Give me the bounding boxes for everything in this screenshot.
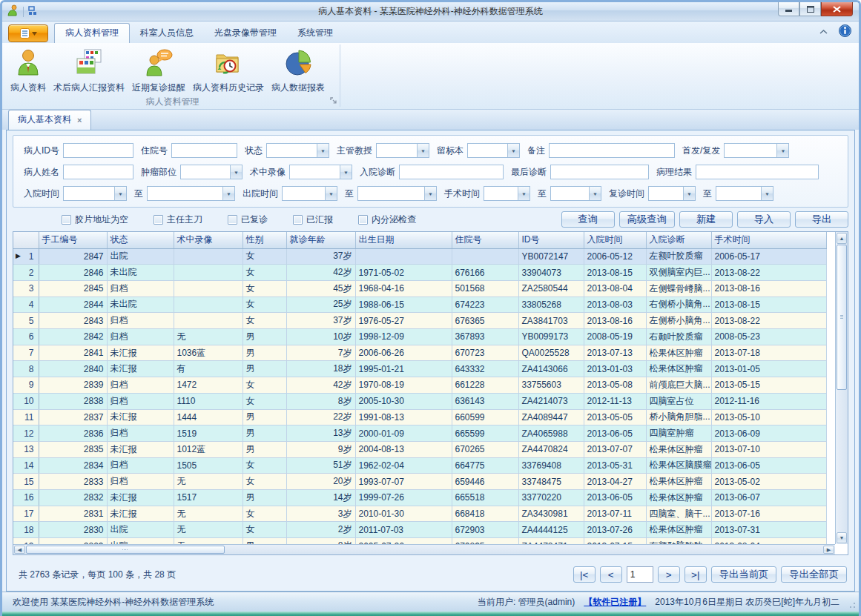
table-cell[interactable]: 2013-07-26 — [584, 522, 646, 538]
table-cell[interactable]: 2013-08-03 — [584, 297, 646, 313]
ribbon-button-patient-data[interactable]: 病人资料 — [7, 47, 50, 96]
table-cell[interactable] — [174, 248, 243, 265]
query-button[interactable]: 查询 — [561, 211, 615, 228]
table-cell[interactable]: 8岁 — [286, 393, 355, 409]
collapse-ribbon-icon[interactable] — [819, 27, 828, 37]
table-cell[interactable]: 22岁 — [286, 409, 355, 425]
table-cell[interactable]: 2013-07-31 — [711, 522, 826, 538]
ribbon-button-postop-report[interactable]: 术后病人汇报资料 — [50, 47, 128, 96]
table-row[interactable]: 162832未汇报1517男14岁1999-07-266655183377022… — [13, 490, 826, 506]
table-cell[interactable]: 无 — [174, 506, 243, 522]
revisit-from-combo[interactable]: ▼ — [648, 186, 696, 201]
table-cell[interactable]: 2013-04-27 — [584, 474, 646, 490]
table-row[interactable]: 142834归档1505女51岁1962-02-0466477533769408… — [13, 457, 826, 474]
status-combo[interactable]: ▼ — [266, 143, 329, 158]
minimize-button[interactable] — [778, 2, 799, 16]
table-cell[interactable]: 归档 — [107, 425, 174, 442]
table-cell[interactable]: 2840 — [39, 361, 107, 377]
table-cell[interactable]: 37岁 — [286, 313, 355, 329]
app-menu-button[interactable] — [8, 24, 48, 42]
table-cell[interactable]: 672903 — [452, 522, 518, 538]
table-cell[interactable]: 2013-05-05 — [584, 409, 646, 425]
maximize-button[interactable] — [799, 2, 821, 16]
table-cell[interactable]: 2006-05-12 — [584, 248, 646, 265]
last-page-button[interactable]: >| — [684, 566, 707, 583]
row-number-cell[interactable]: 16 — [13, 490, 39, 506]
table-row[interactable]: 62842归档无男10岁1998-12-09367893YB0099173200… — [13, 329, 826, 345]
table-cell[interactable]: 13岁 — [286, 425, 355, 442]
table-cell[interactable]: 双侧脑室内巨... — [646, 265, 711, 281]
column-header[interactable]: 入院时间 — [584, 232, 646, 248]
table-cell[interactable]: 2008-05-19 — [584, 329, 646, 345]
table-cell[interactable]: 37岁 — [286, 248, 355, 265]
table-cell[interactable]: 未汇报 — [107, 506, 174, 522]
table-cell[interactable]: 367893 — [452, 329, 518, 345]
table-cell[interactable]: 未汇报 — [107, 441, 174, 457]
table-cell[interactable]: 1971-05-02 — [355, 265, 452, 281]
table-cell[interactable]: YB0099173 — [518, 329, 584, 345]
table-cell[interactable]: 2013-08-16 — [584, 313, 646, 329]
table-cell[interactable]: 33770220 — [518, 490, 584, 506]
export-button[interactable]: 导出 — [795, 211, 848, 228]
table-cell[interactable]: 1505 — [174, 457, 243, 474]
table-row[interactable]: 82840未汇报有男18岁1995-01-21643332ZA414306620… — [13, 361, 826, 377]
table-row[interactable]: 122836归档1519男13岁2000-01-09665599ZA406598… — [13, 425, 826, 442]
next-page-button[interactable]: > — [658, 566, 680, 583]
table-cell[interactable]: 2835 — [39, 441, 107, 457]
patient-id-input[interactable] — [63, 143, 133, 158]
checkbox-film-address-empty[interactable]: 胶片地址为空 — [62, 213, 128, 226]
table-cell[interactable]: 四脑室、脑干... — [646, 506, 711, 522]
column-header[interactable]: 入院诊断 — [646, 232, 711, 248]
table-row[interactable]: 112837未汇报1444男22岁1991-08-13660599ZA40894… — [13, 409, 826, 425]
row-number-cell[interactable]: 7 — [13, 345, 39, 361]
checkbox-chief-surgeon[interactable]: 主任主刀 — [154, 213, 202, 226]
table-cell[interactable]: 女 — [243, 522, 286, 538]
table-cell[interactable]: QA0025528 — [518, 345, 584, 361]
software-registered-link[interactable]: 【软件已注册】 — [584, 596, 646, 609]
table-cell[interactable]: 男 — [243, 361, 286, 377]
table-cell[interactable]: ZA4470824 — [518, 441, 584, 457]
table-cell[interactable]: 桥小脑角胆脂... — [646, 409, 711, 425]
table-cell[interactable]: 未出院 — [107, 265, 174, 281]
column-header[interactable]: 手工编号 — [39, 232, 107, 248]
table-cell[interactable]: 2012-11-16 — [711, 393, 826, 409]
table-cell[interactable]: 636143 — [452, 393, 518, 409]
table-cell[interactable]: 2013-05-08 — [584, 377, 646, 394]
first-recur-combo[interactable]: ▼ — [724, 143, 789, 158]
table-cell[interactable]: 33755603 — [518, 377, 584, 394]
table-cell[interactable]: 2843 — [39, 313, 107, 329]
table-cell[interactable]: 男 — [243, 425, 286, 442]
row-number-cell[interactable]: 11 — [13, 409, 39, 425]
table-cell[interactable]: 10岁 — [286, 329, 355, 345]
table-cell[interactable]: 2013-07-11 — [584, 506, 646, 522]
row-number-cell[interactable]: 14 — [13, 457, 39, 474]
tab-patient-basic-info[interactable]: 病人基本资料 × — [8, 110, 91, 130]
table-cell[interactable]: 2005-10-30 — [355, 393, 452, 409]
table-cell[interactable]: 归档 — [107, 474, 174, 490]
checkbox-endocrine-exam[interactable]: 内分泌检查 — [358, 213, 416, 226]
table-cell[interactable]: 松果体区肿瘤 — [646, 522, 711, 538]
table-cell[interactable]: 42岁 — [286, 265, 355, 281]
table-cell[interactable]: 2013-07-16 — [711, 506, 826, 522]
table-cell[interactable]: 归档 — [107, 280, 174, 297]
column-header[interactable]: 就诊年龄 — [286, 232, 355, 248]
table-cell[interactable]: 女 — [243, 377, 286, 394]
table-cell[interactable]: ZA4444125 — [518, 522, 584, 538]
horizontal-scroll-thumb[interactable] — [26, 546, 225, 554]
admission-no-input[interactable] — [171, 143, 237, 158]
table-cell[interactable]: 670723 — [452, 345, 518, 361]
table-cell[interactable]: 1962-02-04 — [355, 457, 452, 474]
row-number-cell[interactable]: 4 — [13, 297, 39, 313]
table-cell[interactable]: 2006-06-26 — [355, 345, 452, 361]
table-cell[interactable]: 归档 — [107, 329, 174, 345]
table-cell[interactable]: 未出院 — [107, 297, 174, 313]
table-cell[interactable]: 男 — [243, 441, 286, 457]
table-cell[interactable]: 2013-08-15 — [584, 265, 646, 281]
table-cell[interactable]: 未汇报 — [107, 409, 174, 425]
ribbon-button-data-reports[interactable]: 病人数据报表 — [268, 47, 329, 96]
table-cell[interactable]: 未汇报 — [107, 361, 174, 377]
table-cell[interactable]: 女 — [243, 248, 286, 265]
table-cell[interactable]: 男 — [243, 345, 286, 361]
column-header[interactable]: 手术时间 — [711, 232, 826, 248]
table-cell[interactable]: 2013-06-07 — [711, 490, 826, 506]
